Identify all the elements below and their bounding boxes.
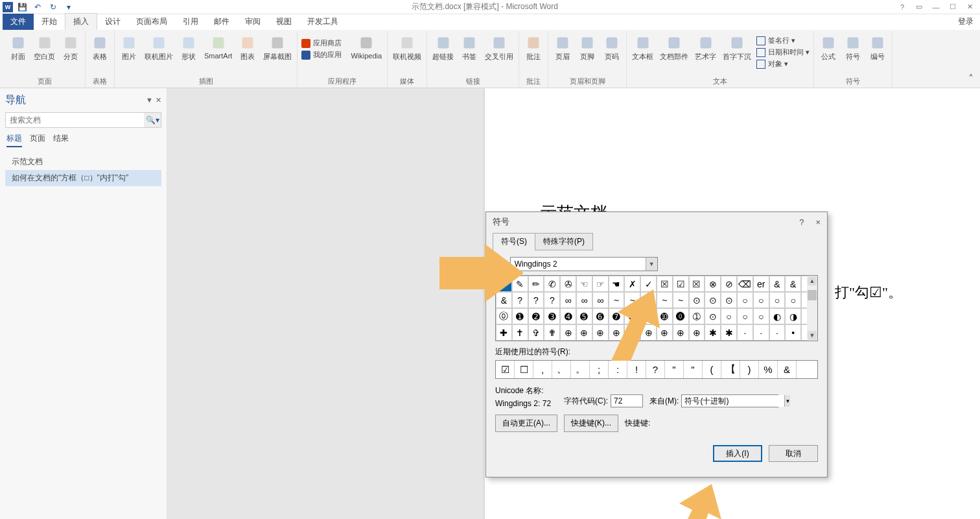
recent-symbol[interactable]: " — [665, 361, 684, 378]
symbol-cell[interactable]: ✚ — [496, 324, 512, 341]
symbol-cell[interactable]: ☑ — [673, 276, 689, 292]
collapse-ribbon-icon[interactable]: ˄ — [966, 70, 976, 88]
symbol-cell[interactable]: ✆ — [544, 276, 560, 292]
tab-design[interactable]: 设计 — [97, 14, 128, 30]
symbol-cell[interactable]: ○ — [769, 292, 786, 308]
symbol-cell[interactable]: ~ — [673, 292, 689, 308]
shortcut-button[interactable]: 快捷键(K)... — [564, 415, 618, 432]
ribbon-页脚[interactable]: 页脚 — [576, 34, 599, 63]
recent-symbol[interactable]: ? — [646, 361, 665, 378]
recent-symbol[interactable]: " — [684, 361, 703, 378]
close-icon[interactable]: ✕ — [962, 2, 977, 12]
recent-symbol[interactable]: ☐ — [515, 361, 533, 378]
symbol-cell[interactable]: ➌ — [544, 308, 560, 324]
tab-references[interactable]: 引用 — [175, 14, 206, 30]
tab-file[interactable]: 文件 — [3, 14, 34, 30]
recent-symbol[interactable]: ; — [590, 361, 609, 378]
ribbon-对象[interactable]: 对象 ▾ — [755, 58, 811, 69]
tab-review[interactable]: 审阅 — [237, 14, 268, 30]
symbol-cell[interactable]: ⊕ — [560, 324, 576, 341]
recent-symbol[interactable]: ( — [703, 361, 721, 378]
ribbon-批注[interactable]: 批注 — [522, 34, 545, 63]
ribbon-图表[interactable]: 图表 — [236, 34, 259, 63]
recent-symbol[interactable]: ☑ — [496, 361, 515, 378]
symbol-cell[interactable]: ➀ — [689, 308, 705, 324]
ribbon-首字下沉[interactable]: 首字下沉 — [720, 34, 754, 63]
ribbon-公式[interactable]: 公式 — [817, 34, 840, 63]
ribbon-日期和时间[interactable]: 日期和时间 ▾ — [755, 47, 811, 58]
save-icon[interactable]: 💾 — [16, 1, 29, 13]
insert-button[interactable]: 插入(I) — [713, 445, 762, 462]
recent-symbol[interactable]: : — [609, 361, 627, 378]
ribbon-屏幕截图[interactable]: 屏幕截图 — [261, 34, 294, 63]
symbol-cell[interactable]: ➎ — [576, 308, 592, 324]
symbol-cell[interactable]: ⊘ — [721, 276, 737, 292]
login-link[interactable]: 登录 — [951, 14, 980, 30]
recent-symbol[interactable]: ) — [740, 361, 759, 378]
symbol-cell[interactable]: ⓪ — [496, 308, 512, 324]
recent-symbol[interactable]: 、 — [552, 361, 571, 378]
symbol-cell[interactable]: · — [769, 324, 786, 341]
tab-layout[interactable]: 页面布局 — [128, 14, 175, 30]
symbol-cell[interactable]: ⓿ — [673, 308, 689, 324]
ribbon-文本框[interactable]: 文本框 — [629, 34, 656, 63]
recent-symbol[interactable]: , — [533, 361, 552, 378]
tab-home[interactable]: 开始 — [34, 14, 65, 30]
tab-developer[interactable]: 开发工具 — [299, 14, 346, 30]
undo-icon[interactable]: ↶ — [31, 1, 44, 13]
ribbon-图片[interactable]: 图片 — [117, 34, 141, 63]
help-icon[interactable]: ? — [894, 2, 910, 12]
qat-dropdown-icon[interactable]: ▾ — [62, 1, 75, 13]
ribbon-签名行[interactable]: 签名行 ▾ — [755, 35, 811, 46]
symbol-cell[interactable]: ⊕ — [689, 324, 705, 341]
nav-item-0[interactable]: 示范文档 — [5, 154, 161, 170]
symbol-cell[interactable]: ⊙ — [689, 292, 705, 308]
symbol-cell[interactable]: ⊙ — [721, 292, 737, 308]
recent-symbol[interactable]: % — [759, 361, 778, 378]
ribbon-分页[interactable]: 分页 — [59, 34, 82, 63]
symbol-cell[interactable]: ○ — [785, 292, 801, 308]
font-select-input[interactable] — [511, 258, 646, 271]
ribbon-联机图片[interactable]: 联机图片 — [142, 34, 176, 63]
symbol-cell[interactable]: ◑ — [785, 308, 801, 324]
minimize-icon[interactable]: — — [928, 2, 944, 12]
ribbon-页眉[interactable]: 页眉 — [551, 34, 574, 63]
ribbon-SmartArt[interactable]: SmartArt — [202, 34, 235, 61]
symbol-cell[interactable]: ✇ — [560, 276, 576, 292]
nav-item-1[interactable]: 如何在文档的"方框（□）"内打"勾" — [5, 170, 161, 186]
symbol-cell[interactable]: er — [753, 276, 769, 292]
maximize-icon[interactable]: ☐ — [945, 2, 961, 12]
recent-symbol[interactable]: & — [778, 361, 797, 378]
nav-tab-headings[interactable]: 标题 — [6, 133, 22, 147]
scroll-thumb[interactable] — [808, 290, 817, 300]
symbol-cell[interactable]: · — [737, 324, 753, 341]
ribbon-编号[interactable]: 编号 — [866, 34, 889, 63]
from-select-input[interactable] — [682, 395, 784, 407]
ribbon-应用商店[interactable]: 应用商店 — [300, 38, 343, 49]
symbol-cell[interactable]: ➍ — [560, 308, 576, 324]
ribbon-联机视频[interactable]: 联机视频 — [390, 34, 424, 63]
symbol-cell[interactable]: ⊙ — [705, 292, 721, 308]
recent-symbol[interactable]: 【 — [721, 361, 740, 378]
ribbon-交叉引用[interactable]: 交叉引用 — [482, 34, 516, 63]
font-dropdown-icon[interactable]: ▼ — [646, 258, 657, 271]
ribbon-options-icon[interactable]: ▭ — [911, 2, 927, 12]
symbol-cell[interactable]: ➊ — [512, 308, 528, 324]
nav-search-input[interactable] — [6, 113, 144, 127]
ribbon-超链接[interactable]: 超链接 — [430, 34, 456, 63]
symbol-cell[interactable]: ⊗ — [705, 276, 721, 292]
symbol-cell[interactable]: ○ — [753, 292, 769, 308]
ribbon-我的应用[interactable]: 我的应用 — [300, 49, 343, 60]
symbol-cell[interactable]: ∞ — [576, 292, 592, 308]
symbol-cell[interactable]: ⊕ — [673, 324, 689, 341]
tab-insert[interactable]: 插入 — [65, 13, 97, 30]
scroll-up-icon[interactable]: ▲ — [808, 276, 817, 285]
tab-view[interactable]: 视图 — [268, 14, 299, 30]
nav-tab-results[interactable]: 结果 — [53, 133, 69, 147]
symbol-cell[interactable]: ⊕ — [576, 324, 592, 341]
symbol-cell[interactable]: ○ — [737, 292, 753, 308]
recent-symbol[interactable]: 。 — [571, 361, 590, 378]
dialog-tab-special[interactable]: 特殊字符(P) — [535, 233, 593, 250]
ribbon-书签[interactable]: 书签 — [458, 34, 481, 63]
symbol-cell[interactable]: ◐ — [769, 308, 786, 324]
